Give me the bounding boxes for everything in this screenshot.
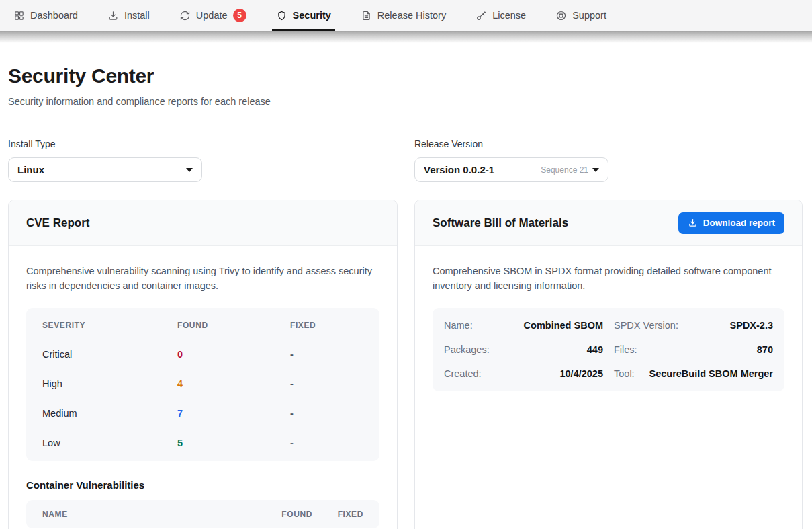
shield-icon <box>276 10 287 22</box>
sbom-detail-row: Name:Combined SBOMSPDX Version:SPDX-2.3 <box>444 313 773 337</box>
fixed-count: - <box>290 349 363 360</box>
nav-item-support[interactable]: Support <box>555 0 606 31</box>
sbom-field-value: 870 <box>637 344 773 355</box>
sbom-field-value: SecureBuild SBOM Merger <box>635 368 773 379</box>
cve-report-body: Comprehensive vulnerability scanning usi… <box>9 246 397 529</box>
found-column-header: FOUND <box>177 321 290 330</box>
severity-column-header: SEVERITY <box>42 321 177 330</box>
container-vulnerabilities-title: Container Vulnerabilities <box>26 479 379 491</box>
sbom-field-files: Files:870 <box>614 344 773 355</box>
fixed-count: - <box>290 378 363 389</box>
sbom-detail-row: Created:10/4/2025Tool:SecureBuild SBOM M… <box>444 362 773 386</box>
found-count: 7 <box>177 408 290 419</box>
fixed-count: - <box>290 408 363 419</box>
sbom-field-label: SPDX Version: <box>614 320 678 331</box>
sbom-field-value: SPDX-2.3 <box>678 320 773 331</box>
nav-item-label: Release History <box>377 10 446 21</box>
page-subtitle: Security information and compliance repo… <box>8 96 803 107</box>
update-count-badge: 5 <box>233 9 246 22</box>
sbom-header: Software Bill of Materials Download repo… <box>415 200 802 246</box>
fixed-column-header: FIXED <box>290 321 363 330</box>
release-version-value: Version 0.0.2-1 <box>424 164 494 175</box>
document-icon <box>361 10 372 22</box>
sbom-field-value: Combined SBOM <box>473 320 603 331</box>
chevron-down-icon <box>592 168 599 172</box>
sequence-badge: Sequence 21 <box>541 165 588 175</box>
name-column-header: NAME <box>42 510 261 519</box>
sbom-card: Software Bill of Materials Download repo… <box>414 200 803 529</box>
filters-row: Install Type Linux Release Version Versi… <box>8 138 803 182</box>
key-icon <box>476 10 487 22</box>
sbom-field-name: Name:Combined SBOM <box>444 320 603 331</box>
sbom-details-table: Name:Combined SBOMSPDX Version:SPDX-2.3P… <box>433 308 784 391</box>
severity-row-low: Low5- <box>26 428 379 458</box>
chevron-down-icon <box>186 168 193 172</box>
page-title: Security Center <box>8 65 803 87</box>
install-type-select[interactable]: Linux <box>8 157 202 182</box>
nav-item-label: Install <box>124 10 150 21</box>
nav-item-label: Security <box>293 10 331 21</box>
sbom-field-label: Tool: <box>614 368 635 379</box>
found-count: 5 <box>177 438 290 448</box>
install-type-label: Install Type <box>8 138 398 149</box>
nav-item-install[interactable]: Install <box>107 0 150 31</box>
nav-item-release-history[interactable]: Release History <box>361 0 446 31</box>
dashboard-grid-icon <box>13 10 25 22</box>
download-report-label: Download report <box>703 218 775 228</box>
cards-row: CVE Report Comprehensive vulnerability s… <box>8 200 803 529</box>
cve-report-header: CVE Report <box>9 200 397 246</box>
nav-item-security[interactable]: Security <box>276 0 331 31</box>
download-icon <box>107 10 119 22</box>
nav-item-update[interactable]: Update5 <box>179 0 246 31</box>
release-version-label: Release Version <box>414 138 803 149</box>
install-type-filter: Install Type Linux <box>8 138 398 182</box>
sbom-field-label: Created: <box>444 368 482 379</box>
top-nav: DashboardInstallUpdate5SecurityRelease H… <box>0 0 812 31</box>
toolbar-shadow <box>0 31 812 43</box>
sbom-field-label: Files: <box>614 344 637 355</box>
severity-row-critical: Critical0- <box>26 339 379 369</box>
found-count: 4 <box>177 378 290 389</box>
sbom-field-spdx-version: SPDX Version:SPDX-2.3 <box>614 320 773 331</box>
nav-item-label: License <box>492 10 526 21</box>
refresh-icon <box>179 10 191 22</box>
nav-item-license[interactable]: License <box>476 0 526 31</box>
nav-item-label: Support <box>572 10 606 21</box>
cve-report-title: CVE Report <box>26 216 89 230</box>
found-count: 0 <box>177 349 290 360</box>
sbom-field-created: Created:10/4/2025 <box>444 368 603 379</box>
severity-table-header: SEVERITY FOUND FIXED <box>26 311 379 339</box>
download-icon <box>688 218 698 228</box>
severity-label: Low <box>42 438 177 448</box>
sbom-body: Comprehensive SBOM in SPDX format provid… <box>415 246 802 409</box>
container-vulnerabilities-header: NAME FOUND FIXED <box>26 500 379 528</box>
sbom-detail-row: Packages:449Files:870 <box>444 337 773 362</box>
severity-row-high: High4- <box>26 369 379 399</box>
install-type-value: Linux <box>17 164 44 175</box>
sbom-field-label: Packages: <box>444 344 490 355</box>
sbom-field-tool: Tool:SecureBuild SBOM Merger <box>614 368 773 379</box>
lifebuoy-icon <box>555 10 567 22</box>
release-version-filter: Release Version Version 0.0.2-1 Sequence… <box>414 138 803 182</box>
download-report-button[interactable]: Download report <box>678 212 784 234</box>
nav-item-dashboard[interactable]: Dashboard <box>13 0 78 31</box>
found-column-header: FOUND <box>261 510 312 519</box>
sbom-field-value: 10/4/2025 <box>482 368 603 379</box>
severity-table: SEVERITY FOUND FIXED Critical0-High4-Med… <box>26 308 379 461</box>
severity-row-medium: Medium7- <box>26 399 379 428</box>
sbom-description: Comprehensive SBOM in SPDX format provid… <box>433 264 784 293</box>
nav-item-label: Dashboard <box>30 10 78 21</box>
nav-item-label: Update <box>196 10 228 21</box>
severity-label: Medium <box>42 408 177 419</box>
fixed-column-header: FIXED <box>312 510 363 519</box>
release-version-select[interactable]: Version 0.0.2-1 Sequence 21 <box>414 157 608 182</box>
fixed-count: - <box>290 438 363 448</box>
page-content: Security Center Security information and… <box>0 65 812 529</box>
sbom-field-label: Name: <box>444 320 473 331</box>
severity-label: Critical <box>42 349 177 360</box>
severity-label: High <box>42 378 177 389</box>
cve-report-description: Comprehensive vulnerability scanning usi… <box>26 264 379 293</box>
cve-report-card: CVE Report Comprehensive vulnerability s… <box>8 200 398 529</box>
sbom-title: Software Bill of Materials <box>433 216 568 230</box>
sbom-field-value: 449 <box>490 344 603 355</box>
